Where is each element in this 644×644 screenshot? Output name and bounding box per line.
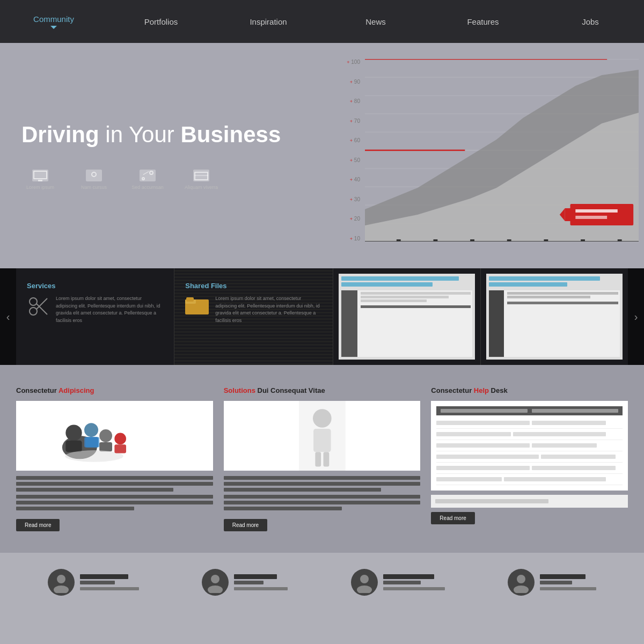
- team-role-bar-3: [383, 581, 421, 584]
- svg-point-35: [65, 425, 82, 441]
- svg-point-46: [313, 409, 332, 428]
- nav-item-inspiration[interactable]: Inspiration: [215, 0, 322, 43]
- read-more-button-1[interactable]: Read more: [16, 519, 60, 531]
- y-axis: + 10 + 20 + 30 + 40 + 50 + 60 + 70 + 80 …: [343, 59, 362, 241]
- team-member-2: [202, 569, 288, 596]
- carousel-text-services: Lorem ipsum dolor sit amet, consectetur …: [56, 295, 163, 324]
- svg-point-37: [84, 423, 98, 437]
- y-label-20: + 20: [343, 216, 362, 222]
- svg-point-43: [114, 433, 126, 445]
- y-label-10: + 10: [343, 236, 362, 241]
- read-more-button-2[interactable]: Read more: [224, 519, 267, 531]
- nav-item-community[interactable]: Community: [0, 0, 107, 43]
- card-line: [16, 488, 173, 492]
- svg-line-30: [36, 298, 47, 309]
- carousel-items: Services Lorem ipsum dolor sit amet, con…: [0, 268, 644, 365]
- hero-section: Driving in Your Business Lorem ipsum Nam…: [0, 43, 644, 268]
- table-cell: [532, 443, 597, 448]
- y-label-40: + 40: [343, 177, 362, 182]
- team-role-bar-4: [540, 581, 572, 584]
- hero-left: Driving in Your Business Lorem ipsum Nam…: [0, 43, 322, 268]
- svg-rect-24: [544, 239, 548, 241]
- svg-rect-49: [323, 452, 329, 466]
- y-label-60: + 60: [343, 137, 362, 143]
- camera-icon: [86, 170, 102, 181]
- chart-plot: [365, 59, 639, 241]
- team-desc-bar-4: [540, 587, 596, 590]
- card-line: [224, 495, 421, 499]
- svg-rect-15: [565, 208, 572, 221]
- svg-rect-20: [397, 239, 401, 241]
- svg-rect-17: [575, 209, 617, 213]
- table-cell: [436, 421, 529, 425]
- carousel-section: ‹ Services Lorem ipsum dolor sit amet, c…: [0, 268, 644, 365]
- chevron-down-icon: [50, 26, 57, 29]
- svg-rect-44: [114, 444, 126, 453]
- carousel-left-arrow[interactable]: ‹: [0, 268, 16, 365]
- card-2: Solutions Dui Consequat Vitae Read more: [224, 386, 421, 531]
- nav-item-news[interactable]: News: [322, 0, 429, 43]
- hero-icon-2: Nam cursus: [75, 170, 113, 190]
- nav-item-features[interactable]: Features: [429, 0, 537, 43]
- table-cell: [532, 421, 606, 425]
- carousel-title-shared-files: Shared Files: [185, 282, 321, 290]
- nav-item-portfolios[interactable]: Portfolios: [107, 0, 215, 43]
- card-line: [16, 495, 213, 499]
- table-cell: [504, 477, 606, 481]
- avatar-1: [48, 569, 75, 596]
- team-info-3: [383, 574, 445, 590]
- folder-icon: [185, 295, 209, 316]
- svg-rect-48: [315, 452, 321, 466]
- carousel-title-services: Services: [27, 282, 163, 290]
- card-image-2: [224, 401, 421, 471]
- card-line: [224, 501, 421, 504]
- avatar-3: [351, 569, 378, 596]
- y-label-70: + 70: [343, 118, 362, 124]
- card-line: [224, 476, 421, 480]
- team-name-bar-4: [540, 574, 586, 579]
- team-desc-bar-3: [383, 587, 445, 590]
- nav-label-jobs: Jobs: [582, 17, 599, 26]
- card-title-red-2: Solutions: [224, 386, 258, 394]
- card-title-2: Solutions Dui Consequat Vitae: [224, 386, 421, 394]
- table-row: [436, 440, 623, 451]
- carousel-item-services: Services Lorem ipsum dolor sit amet, con…: [16, 268, 174, 365]
- table-cell: [541, 455, 616, 459]
- share-icon: [140, 170, 156, 181]
- read-more-button-3[interactable]: Read more: [431, 512, 474, 524]
- card-lines-1: [16, 476, 213, 510]
- avatar-2: [202, 569, 229, 596]
- team-member-4: [508, 569, 596, 596]
- envelope-icon: [193, 170, 209, 181]
- help-desk-table: [431, 401, 628, 491]
- table-row: [436, 474, 623, 485]
- carousel-right-arrow[interactable]: ›: [628, 268, 644, 365]
- hero-icons: Lorem ipsum Nam cursus Sed accumsan: [21, 170, 301, 190]
- svg-rect-36: [65, 441, 82, 452]
- hero-title: Driving in Your Business: [21, 121, 301, 148]
- svg-point-41: [65, 450, 123, 462]
- y-label-30: + 30: [343, 196, 362, 202]
- svg-rect-22: [470, 239, 474, 241]
- svg-rect-23: [507, 239, 511, 241]
- svg-point-39: [99, 429, 112, 442]
- svg-line-29: [36, 304, 47, 314]
- svg-point-28: [30, 308, 37, 315]
- table-cell: [532, 466, 616, 470]
- svg-rect-33: [186, 297, 194, 302]
- table-row: [436, 429, 623, 440]
- y-label-90: + 90: [343, 79, 362, 85]
- card-title-dark-3: Consectetur: [431, 386, 473, 394]
- table-cell: [436, 455, 539, 459]
- table-row: [436, 418, 623, 429]
- team-role-bar-2: [234, 581, 264, 584]
- scissors-icon: [27, 295, 49, 318]
- svg-point-50: [57, 575, 65, 583]
- card-line: [16, 476, 213, 480]
- nav-item-jobs[interactable]: Jobs: [537, 0, 644, 43]
- nav-label-inspiration: Inspiration: [250, 17, 287, 26]
- card-line: [224, 507, 342, 510]
- svg-rect-26: [618, 239, 622, 241]
- svg-rect-18: [575, 216, 607, 219]
- team-member-3: [351, 569, 445, 596]
